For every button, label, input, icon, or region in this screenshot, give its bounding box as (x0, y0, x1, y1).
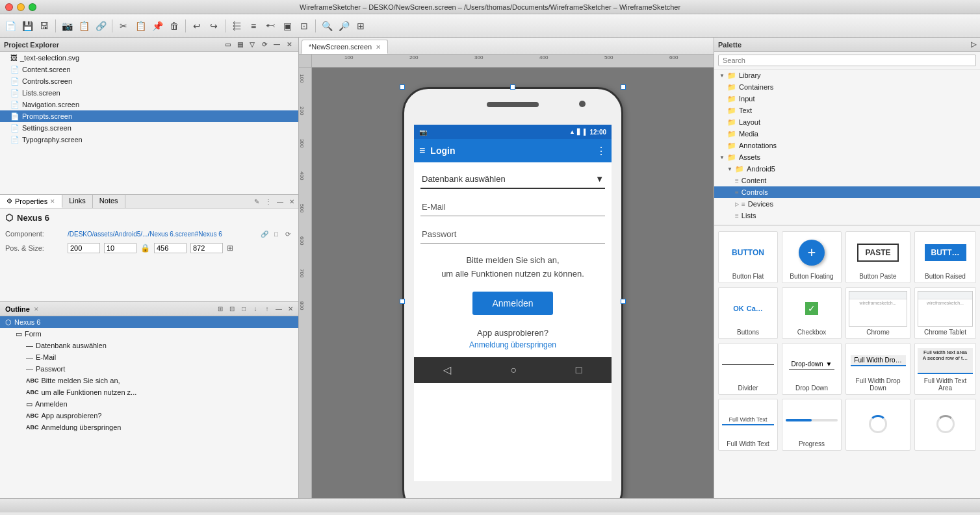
props-more-btn[interactable]: ⋮ (263, 196, 274, 207)
outline-form[interactable]: ▭ Form (0, 328, 298, 340)
paste-btn[interactable]: 📌 (149, 18, 165, 34)
canvas-tab[interactable]: *NewScreen.screen ✕ (302, 40, 388, 54)
recent-icon[interactable]: □ (576, 364, 582, 376)
props-min-btn[interactable]: — (275, 196, 285, 207)
palette-containers[interactable]: 📁 Containers (714, 81, 980, 93)
palette-item-full-width-drop[interactable]: Full Width Dro… Full Width Drop Down (845, 343, 910, 395)
file-prompts[interactable]: 📄 Prompts.screen (0, 110, 298, 122)
delete-btn[interactable]: 🗑 (166, 18, 182, 34)
handle-tc[interactable] (510, 84, 515, 90)
min-explorer-btn[interactable]: — (272, 40, 282, 50)
palette-a5-lists[interactable]: ≡ Lists (714, 210, 980, 221)
home-icon[interactable]: ○ (510, 364, 517, 376)
login-button[interactable]: Anmelden (472, 292, 552, 315)
group-btn[interactable]: ▣ (279, 18, 295, 34)
sync-explorer-btn[interactable]: ⟳ (259, 40, 270, 50)
zoom-in-btn[interactable]: 🔍 (319, 18, 335, 34)
palette-item-button-raised[interactable]: BUTT… Button Raised (914, 231, 976, 283)
palette-item-chrome[interactable]: wireframesketch... Chrome (845, 287, 910, 339)
maximize-button[interactable] (29, 3, 36, 11)
window-controls[interactable] (5, 3, 36, 11)
password-field[interactable]: Passwort (420, 225, 605, 244)
height-input[interactable] (190, 243, 223, 253)
outline-hint1[interactable]: ABC Bitte melden Sie sich an, (0, 375, 298, 386)
palette-item-full-width-ta[interactable]: Full width text areaA second row of t… F… (914, 343, 976, 395)
outline-email[interactable]: — E-Mail (0, 351, 298, 363)
screenshot-btn[interactable]: 📷 (59, 18, 75, 34)
props-edit-btn[interactable]: ✎ (251, 196, 262, 207)
cut-btn[interactable]: ✂ (116, 18, 131, 34)
distribute-btn[interactable]: ⬷ (263, 18, 278, 34)
canvas-viewport[interactable]: 📷 ▲ ▋ ▌ 12:00 (312, 68, 714, 498)
component-sync-btn[interactable]: ⟳ (283, 229, 293, 239)
outline-move-up-btn[interactable]: ↑ (262, 304, 272, 314)
width-input[interactable] (154, 243, 187, 253)
palette-item-button-flat[interactable]: BUTTON Button Flat (718, 231, 778, 283)
file-content[interactable]: 📄 Content.screen (0, 64, 298, 75)
file-navigation[interactable]: 📄 Navigation.screen (0, 99, 298, 110)
palette-layout[interactable]: 📁 Layout (714, 116, 980, 128)
palette-library[interactable]: ▼ 📁 Library (714, 69, 980, 81)
outline-expand-btn[interactable]: ⊞ (215, 304, 226, 314)
palette-a5-content[interactable]: ≡ Content (714, 175, 980, 186)
fit-btn[interactable]: ⊞ (353, 18, 368, 34)
aspect-ratio-icon[interactable]: ⊞ (227, 244, 233, 253)
zoom-out-btn[interactable]: 🔎 (336, 18, 352, 34)
palette-item-divider[interactable]: Divider (718, 343, 778, 395)
html-btn[interactable]: 🔗 (93, 18, 109, 34)
outline-skip[interactable]: ABC Anmeldung überspringen (0, 421, 298, 433)
canvas-tab-close[interactable]: ✕ (376, 44, 381, 51)
tab-properties[interactable]: ⚙ Properties ✕ (0, 195, 62, 208)
outline-passwort[interactable]: — Passwort (0, 363, 298, 375)
palette-item-checkbox[interactable]: ✓ Checkbox (782, 287, 842, 339)
palette-item-button-floating[interactable]: + Button Floating (782, 231, 842, 283)
palette-item-spinner-gray[interactable] (914, 399, 976, 451)
handle-mr[interactable] (621, 299, 626, 304)
palette-item-button-paste[interactable]: PASTE Button Paste (845, 231, 910, 283)
palette-annotations[interactable]: 📁 Annotations (714, 140, 980, 151)
redo-btn[interactable]: ↪ (206, 18, 222, 34)
palette-media[interactable]: 📁 Media (714, 128, 980, 140)
email-field[interactable]: E-Mail (420, 198, 605, 216)
outline-min-btn[interactable]: — (274, 304, 284, 314)
palette-search-input[interactable] (718, 55, 976, 66)
outline-datenbank[interactable]: — Datenbank auswählen (0, 340, 298, 351)
expand-explorer-btn[interactable]: ▤ (235, 40, 245, 50)
palette-item-dropdown[interactable]: Drop-down ▼ Drop Down (782, 343, 842, 395)
back-icon[interactable]: ◁ (443, 364, 451, 376)
filter-explorer-btn[interactable]: ▽ (247, 40, 257, 50)
file-text-selection[interactable]: 🖼 _text-selection.svg (0, 52, 298, 64)
outline-app[interactable]: ABC App ausprobieren? (0, 410, 298, 421)
outline-anmelden[interactable]: ▭ Anmelden (0, 398, 298, 410)
close-explorer-btn[interactable]: ✕ (284, 40, 294, 50)
palette-a5-devices[interactable]: ▷ ≡ Devices (714, 198, 980, 210)
new-btn[interactable]: 📄 (3, 18, 18, 34)
align-center-btn[interactable]: ≡ (246, 18, 261, 34)
component-edit-btn[interactable]: □ (271, 229, 281, 239)
file-controls[interactable]: 📄 Controls.screen (0, 75, 298, 87)
palette-item-full-width-text[interactable]: Full Width Text Full Width Text (718, 399, 778, 451)
palette-assets[interactable]: ▼ 📁 Assets (714, 151, 980, 163)
file-settings[interactable]: 📄 Settings.screen (0, 122, 298, 134)
palette-item-buttons[interactable]: OK Ca… Buttons (718, 287, 778, 339)
close-button[interactable] (5, 3, 13, 11)
handle-tl[interactable] (400, 84, 405, 90)
outline-move-down-btn[interactable]: ↓ (250, 304, 261, 314)
outline-close-btn[interactable]: ✕ (285, 304, 296, 314)
palette-a5-controls[interactable]: ≡ Controls (714, 186, 980, 198)
hamburger-icon[interactable]: ≡ (419, 145, 425, 157)
pos-y-input[interactable] (104, 243, 136, 253)
file-lists[interactable]: 📄 Lists.screen (0, 87, 298, 99)
outline-select-btn[interactable]: □ (239, 304, 249, 314)
file-typography[interactable]: 📄 Typography.screen (0, 134, 298, 145)
handle-tr[interactable] (621, 84, 626, 90)
tab-notes[interactable]: Notes (93, 195, 125, 208)
more-icon[interactable]: ⋮ (596, 145, 606, 157)
lock-icon[interactable]: 🔒 (140, 244, 150, 253)
outline-hint2[interactable]: ABC um alle Funktionen nutzen z... (0, 386, 298, 398)
component-link-btn[interactable]: 🔗 (259, 229, 270, 239)
palette-collapse-btn[interactable]: ▷ (971, 40, 976, 49)
align-left-btn[interactable]: ⬱ (229, 18, 244, 34)
datenbank-dropdown[interactable]: Datenbank auswählen ▼ (420, 170, 605, 189)
ungroup-btn[interactable]: ⊡ (296, 18, 312, 34)
